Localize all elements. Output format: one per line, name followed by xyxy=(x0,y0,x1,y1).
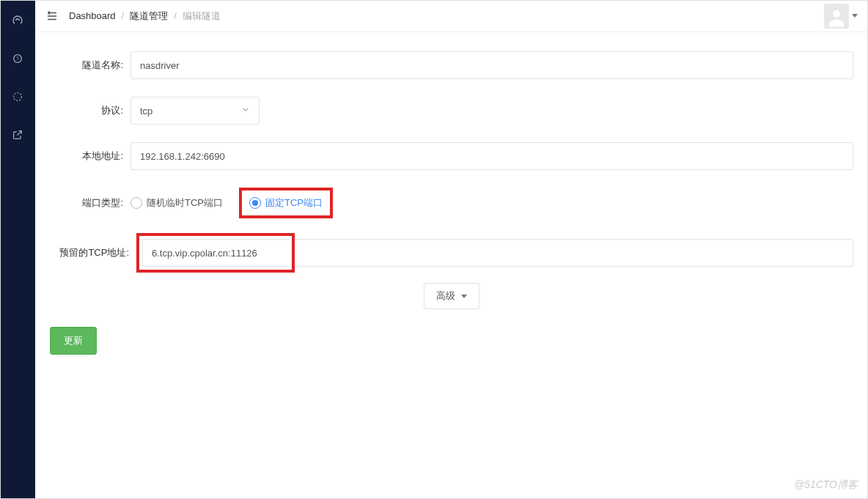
tunnel-name-label: 隧道名称: xyxy=(50,59,130,72)
watermark: @51CTO博客 xyxy=(794,478,858,492)
dashboard-icon[interactable] xyxy=(10,13,25,28)
menu-toggle-icon[interactable] xyxy=(45,10,59,23)
protocol-label: 协议: xyxy=(50,104,130,117)
tunnel-name-input[interactable] xyxy=(130,51,853,79)
breadcrumb-root[interactable]: Dashboard xyxy=(69,10,116,21)
port-type-label: 端口类型: xyxy=(50,196,130,210)
advanced-button[interactable]: 高级 xyxy=(424,283,479,309)
protocol-select[interactable]: tcp xyxy=(130,97,260,125)
highlight-reserved-address xyxy=(136,233,295,273)
svg-point-1 xyxy=(14,93,22,101)
chevron-down-icon xyxy=(461,295,467,298)
external-link-icon[interactable] xyxy=(10,127,25,142)
reserved-tcp-label: 预留的TCP地址: xyxy=(50,246,136,259)
status-icon[interactable] xyxy=(10,51,25,66)
local-address-input[interactable] xyxy=(130,142,853,170)
reserved-tcp-input-left[interactable] xyxy=(142,239,289,267)
chevron-down-icon xyxy=(852,14,858,18)
topbar: Dashboard / 隧道管理 / 编辑隧道 xyxy=(35,0,868,32)
reserved-tcp-input-right[interactable] xyxy=(292,239,853,267)
port-type-random[interactable]: 随机临时TCP端口 xyxy=(130,196,223,210)
breadcrumb-sep: / xyxy=(174,10,177,21)
avatar-icon xyxy=(824,4,849,29)
breadcrumb-current: 编辑隧道 xyxy=(183,10,221,23)
port-type-random-label: 随机临时TCP端口 xyxy=(147,196,223,210)
user-menu[interactable] xyxy=(824,4,858,29)
highlight-fixed-port: 固定TCP端口 xyxy=(239,188,333,218)
breadcrumb: Dashboard / 隧道管理 / 编辑隧道 xyxy=(69,10,221,23)
form: 隧道名称: 协议: tcp 本地地址: xyxy=(35,32,868,374)
port-type-fixed[interactable]: 固定TCP端口 xyxy=(249,196,323,210)
main-panel: Dashboard / 隧道管理 / 编辑隧道 隧道名称: 协议: xyxy=(35,0,868,499)
sidebar xyxy=(0,0,35,499)
protocol-value: tcp xyxy=(140,106,152,117)
port-type-fixed-label: 固定TCP端口 xyxy=(265,196,323,210)
tunnel-icon[interactable] xyxy=(10,89,25,104)
advanced-label: 高级 xyxy=(436,289,455,303)
port-type-radio-group: 随机临时TCP端口 固定TCP端口 xyxy=(130,188,853,218)
breadcrumb-mid[interactable]: 隧道管理 xyxy=(130,10,168,23)
local-address-label: 本地地址: xyxy=(50,149,130,163)
breadcrumb-sep: / xyxy=(122,10,125,21)
chevron-down-icon xyxy=(240,105,251,117)
update-button[interactable]: 更新 xyxy=(50,327,97,355)
